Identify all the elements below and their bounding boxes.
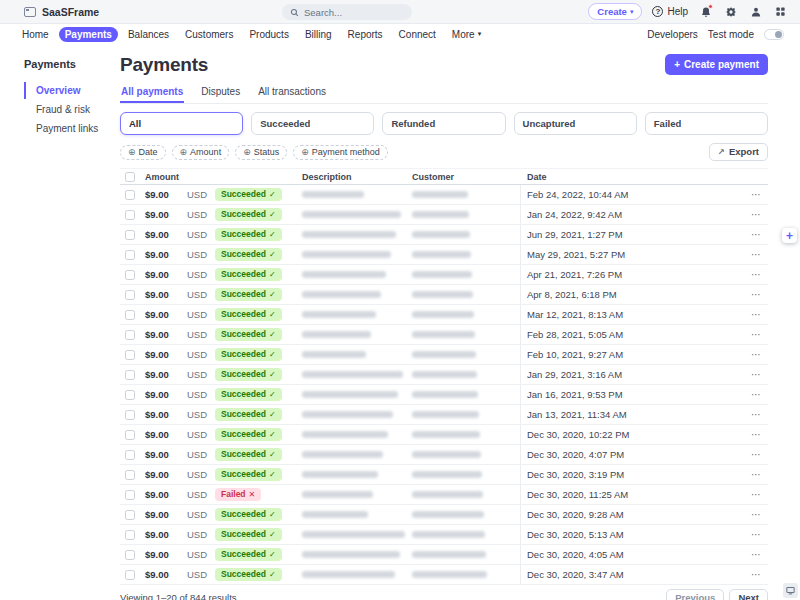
search-input[interactable]: Search... (282, 4, 412, 20)
row-actions-button[interactable]: ⋯ (745, 309, 768, 320)
filter-chip-amount[interactable]: ⊕Amount (172, 145, 230, 160)
row-checkbox[interactable] (125, 210, 135, 220)
table-row[interactable]: $9.00USDSucceeded✓Feb 24, 2022, 10:44 AM… (120, 185, 768, 205)
table-row[interactable]: $9.00USDSucceeded✓Jan 16, 2021, 9:53 PM⋯ (120, 385, 768, 405)
row-checkbox[interactable] (125, 550, 135, 560)
row-checkbox[interactable] (125, 430, 135, 440)
table-row[interactable]: $9.00USDSucceeded✓Jun 29, 2021, 1:27 PM⋯ (120, 225, 768, 245)
row-checkbox[interactable] (125, 190, 135, 200)
row-actions-button[interactable]: ⋯ (745, 389, 768, 400)
table-row[interactable]: $9.00USDSucceeded✓Jan 24, 2022, 9:42 AM⋯ (120, 205, 768, 225)
select-all-checkbox[interactable] (125, 172, 135, 182)
row-actions-button[interactable]: ⋯ (745, 429, 768, 440)
sidebar-item-payment-links[interactable]: Payment links (24, 120, 112, 137)
row-checkbox[interactable] (125, 250, 135, 260)
sidebar-item-fraud-risk[interactable]: Fraud & risk (24, 101, 112, 118)
nav-item-balances[interactable]: Balances (122, 27, 175, 42)
test-mode-toggle[interactable] (764, 29, 784, 40)
nav-item-more[interactable]: More▾ (446, 27, 487, 42)
viewport-widget-button[interactable] (783, 583, 798, 598)
next-page-button[interactable]: Next (729, 589, 768, 600)
row-actions-button[interactable]: ⋯ (745, 269, 768, 280)
table-row[interactable]: $9.00USDSucceeded✓May 29, 2021, 5:27 PM⋯ (120, 245, 768, 265)
filter-chip-status[interactable]: ⊕Status (235, 145, 287, 160)
table-row[interactable]: $9.00USDSucceeded✓Dec 30, 2020, 4:05 AM⋯ (120, 545, 768, 565)
previous-page-button[interactable]: Previous (666, 589, 724, 600)
filter-card-uncaptured[interactable]: Uncaptured (514, 112, 637, 135)
table-row[interactable]: $9.00USDSucceeded✓Feb 28, 2021, 5:05 AM⋯ (120, 325, 768, 345)
table-row[interactable]: $9.00USDSucceeded✓Apr 21, 2021, 7:26 PM⋯ (120, 265, 768, 285)
table-row[interactable]: $9.00USDSucceeded✓Dec 30, 2020, 9:28 AM⋯ (120, 505, 768, 525)
profile-button[interactable] (748, 4, 763, 19)
nav-item-home[interactable]: Home (16, 27, 55, 42)
tab-all-payments[interactable]: All payments (120, 84, 184, 103)
row-actions-button[interactable]: ⋯ (745, 189, 768, 200)
row-checkbox[interactable] (125, 290, 135, 300)
filter-chip-date[interactable]: ⊕Date (120, 145, 166, 160)
row-checkbox[interactable] (125, 450, 135, 460)
table-row[interactable]: $9.00USDSucceeded✓Dec 30, 2020, 3:19 PM⋯ (120, 465, 768, 485)
create-button[interactable]: Create ▾ (588, 3, 642, 20)
filter-card-succeeded[interactable]: Succeeded (251, 112, 374, 135)
row-checkbox[interactable] (125, 410, 135, 420)
row-checkbox[interactable] (125, 510, 135, 520)
nav-item-connect[interactable]: Connect (393, 27, 442, 42)
row-checkbox[interactable] (125, 350, 135, 360)
row-actions-button[interactable]: ⋯ (745, 509, 768, 520)
filter-card-all[interactable]: All (120, 112, 243, 135)
nav-item-products[interactable]: Products (243, 27, 294, 42)
row-actions-button[interactable]: ⋯ (745, 289, 768, 300)
nav-item-billing[interactable]: Billing (299, 27, 338, 42)
settings-button[interactable] (723, 4, 738, 19)
row-actions-button[interactable]: ⋯ (745, 249, 768, 260)
filter-chip-payment-method[interactable]: ⊕Payment method (293, 145, 388, 160)
create-payment-button[interactable]: + Create payment (665, 54, 768, 75)
row-actions-button[interactable]: ⋯ (745, 349, 768, 360)
table-row[interactable]: $9.00USDSucceeded✓Dec 30, 2020, 10:22 PM… (120, 425, 768, 445)
export-button[interactable]: ↗ Export (709, 143, 768, 161)
nav-item-payments[interactable]: Payments (59, 27, 118, 42)
row-checkbox[interactable] (125, 270, 135, 280)
tab-all-transactions[interactable]: All transactions (257, 84, 327, 103)
table-row[interactable]: $9.00USDSucceeded✓Mar 12, 2021, 8:13 AM⋯ (120, 305, 768, 325)
row-checkbox[interactable] (125, 230, 135, 240)
floating-add-button[interactable]: + (782, 228, 797, 243)
row-checkbox[interactable] (125, 570, 135, 580)
row-checkbox[interactable] (125, 370, 135, 380)
developers-link[interactable]: Developers (647, 29, 698, 40)
row-actions-button[interactable]: ⋯ (745, 569, 768, 580)
nav-item-customers[interactable]: Customers (179, 27, 239, 42)
sidebar-item-overview[interactable]: Overview (24, 82, 112, 99)
row-checkbox[interactable] (125, 490, 135, 500)
row-actions-button[interactable]: ⋯ (745, 369, 768, 380)
table-row[interactable]: $9.00USDSucceeded✓Apr 8, 2021, 6:18 PM⋯ (120, 285, 768, 305)
help-button[interactable]: ? Help (652, 6, 688, 17)
table-row[interactable]: $9.00USDSucceeded✓Dec 30, 2020, 4:07 PM⋯ (120, 445, 768, 465)
row-actions-button[interactable]: ⋯ (745, 449, 768, 460)
table-row[interactable]: $9.00USDSucceeded✓Feb 10, 2021, 9:27 AM⋯ (120, 345, 768, 365)
table-row[interactable]: $9.00USDSucceeded✓Jan 13, 2021, 11:34 AM… (120, 405, 768, 425)
nav-item-reports[interactable]: Reports (342, 27, 389, 42)
row-checkbox[interactable] (125, 330, 135, 340)
table-row[interactable]: $9.00USDSucceeded✓Dec 30, 2020, 5:13 AM⋯ (120, 525, 768, 545)
row-actions-button[interactable]: ⋯ (745, 409, 768, 420)
row-actions-button[interactable]: ⋯ (745, 549, 768, 560)
row-actions-button[interactable]: ⋯ (745, 489, 768, 500)
row-actions-button[interactable]: ⋯ (745, 209, 768, 220)
table-row[interactable]: $9.00USDFailed✕Dec 30, 2020, 11:25 AM⋯ (120, 485, 768, 505)
filter-card-refunded[interactable]: Refunded (382, 112, 505, 135)
notifications-button[interactable] (698, 4, 713, 19)
apps-grid-button[interactable] (773, 4, 788, 19)
filter-card-failed[interactable]: Failed (645, 112, 768, 135)
row-actions-button[interactable]: ⋯ (745, 329, 768, 340)
table-row[interactable]: $9.00USDSucceeded✓Jan 29, 2021, 3:16 AM⋯ (120, 365, 768, 385)
row-checkbox[interactable] (125, 470, 135, 480)
tab-disputes[interactable]: Disputes (200, 84, 241, 103)
row-checkbox[interactable] (125, 530, 135, 540)
row-actions-button[interactable]: ⋯ (745, 229, 768, 240)
row-checkbox[interactable] (125, 310, 135, 320)
row-actions-button[interactable]: ⋯ (745, 469, 768, 480)
row-checkbox[interactable] (125, 390, 135, 400)
table-row[interactable]: $9.00USDSucceeded✓Dec 30, 2020, 3:47 AM⋯ (120, 565, 768, 585)
row-actions-button[interactable]: ⋯ (745, 529, 768, 540)
